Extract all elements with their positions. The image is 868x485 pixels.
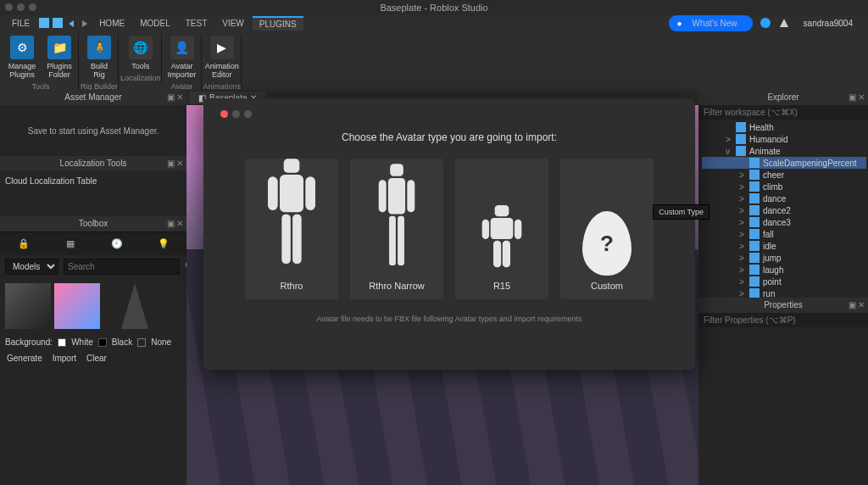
svg-rect-18 xyxy=(284,159,300,172)
tree-row[interactable]: >dance xyxy=(702,192,866,204)
svg-rect-15 xyxy=(749,265,760,275)
close-dot[interactable] xyxy=(5,3,13,11)
undock-icon[interactable]: ▣ xyxy=(167,90,175,105)
tree-row[interactable]: >dance3 xyxy=(702,216,866,228)
save-icon[interactable] xyxy=(38,17,50,29)
saveall-icon[interactable] xyxy=(52,17,64,29)
avatar-option-rthro-narrow[interactable]: Rthro Narrow xyxy=(350,159,443,299)
expander-icon[interactable]: > xyxy=(726,135,732,144)
whats-new-button[interactable]: ● What's New xyxy=(669,15,753,31)
expander-icon[interactable]: > xyxy=(739,170,746,180)
close-icon[interactable]: ✕ xyxy=(858,298,865,313)
tree-row[interactable]: >dance2 xyxy=(702,204,866,216)
tree-row[interactable]: >idle xyxy=(702,240,866,252)
menu-view[interactable]: VIEW xyxy=(215,17,251,30)
ribbon-tools[interactable]: 🌐Tools xyxy=(122,34,159,72)
tree-row[interactable]: Health xyxy=(702,121,866,133)
menu-bar: FILE HOME MODEL TEST VIEW PLUGINS ● What… xyxy=(0,15,868,31)
generate-button[interactable]: Generate xyxy=(7,354,42,363)
toolbox-tab-recent[interactable]: 🕘 xyxy=(100,238,134,249)
expander-icon[interactable]: > xyxy=(739,182,746,192)
close-icon[interactable]: ✕ xyxy=(176,216,183,231)
localization-body: Cloud Localization Table xyxy=(0,171,186,191)
expander-icon[interactable]: > xyxy=(739,289,746,298)
svg-rect-23 xyxy=(292,215,302,264)
menu-home[interactable]: HOME xyxy=(92,17,131,30)
tree-row[interactable]: >run xyxy=(702,287,866,298)
undock-icon[interactable]: ▣ xyxy=(167,156,175,171)
expander-icon[interactable]: > xyxy=(739,265,746,275)
close-icon[interactable]: ✕ xyxy=(176,156,183,171)
bg-black[interactable]: Black xyxy=(112,337,132,347)
tree-row[interactable]: vAnimate xyxy=(702,145,866,157)
menu-model[interactable]: MODEL xyxy=(133,17,177,30)
ribbon-build-rig[interactable]: 🧍Build Rig xyxy=(81,34,118,81)
tree-row[interactable]: >Humanoid xyxy=(702,133,866,145)
toolbox-item[interactable] xyxy=(5,283,51,329)
toolbox-search-input[interactable] xyxy=(64,259,180,275)
tree-row[interactable]: ScaleDampeningPercent xyxy=(702,157,866,169)
svg-rect-0 xyxy=(39,18,49,28)
toolbox-tab-creations[interactable]: 💡 xyxy=(147,238,181,249)
dialog-traffic[interactable] xyxy=(220,110,678,118)
toolbox-item[interactable] xyxy=(112,283,158,329)
undo-icon[interactable] xyxy=(65,17,77,29)
expander-icon[interactable]: v xyxy=(726,147,732,156)
expander-icon[interactable]: > xyxy=(739,277,746,287)
share-icon[interactable] xyxy=(778,17,790,29)
localization-item[interactable]: Cloud Localization Table xyxy=(5,176,97,186)
tree-row[interactable]: >jump xyxy=(702,252,866,264)
dialog-max-dot[interactable] xyxy=(244,110,252,118)
clear-button[interactable]: Clear xyxy=(86,354,107,363)
ribbon-animation-editor[interactable]: ▶Animation Editor xyxy=(203,34,241,81)
ribbon-avatar-importer[interactable]: 👤Avatar Importer xyxy=(164,34,201,81)
expander-icon[interactable]: > xyxy=(739,254,746,263)
properties-filter[interactable]: Filter Properties (⌥⌘P) xyxy=(698,313,868,327)
menu-file[interactable]: FILE xyxy=(5,17,36,30)
bg-swatch-white[interactable] xyxy=(58,338,66,347)
close-icon[interactable]: ✕ xyxy=(176,90,183,105)
close-icon[interactable]: ✕ xyxy=(858,90,865,105)
import-button[interactable]: Import xyxy=(53,354,76,363)
expander-icon[interactable]: > xyxy=(739,218,746,227)
tree-row[interactable]: >cheer xyxy=(702,169,866,181)
undock-icon[interactable]: ▣ xyxy=(167,216,175,231)
collab-icon[interactable] xyxy=(760,17,771,29)
username-label[interactable]: sandraa9004 xyxy=(797,17,860,30)
expander-icon[interactable]: > xyxy=(739,194,746,203)
toolbox-tab-marketplace[interactable]: 🔒 xyxy=(7,238,41,249)
toolbox-category-select[interactable]: Models xyxy=(5,259,58,275)
ribbon-plugins-folder[interactable]: 📁Plugins Folder xyxy=(41,34,78,81)
expander-icon[interactable]: > xyxy=(739,206,746,215)
dialog-min-dot[interactable] xyxy=(232,110,240,118)
traffic-lights[interactable] xyxy=(5,3,36,11)
tree-row[interactable]: >point xyxy=(702,276,866,287)
min-dot[interactable] xyxy=(17,3,25,11)
expander-icon[interactable]: > xyxy=(739,242,746,251)
bg-swatch-none[interactable] xyxy=(137,338,146,347)
svg-rect-32 xyxy=(482,219,489,238)
bg-none[interactable]: None xyxy=(151,337,171,347)
tree-row[interactable]: >fall xyxy=(702,228,866,240)
expander-icon[interactable]: > xyxy=(739,230,746,239)
tree-row[interactable]: >laugh xyxy=(702,264,866,276)
toolbox-item[interactable] xyxy=(54,283,100,329)
avatar-option-r15[interactable]: R15 xyxy=(455,159,548,299)
svg-rect-20 xyxy=(268,176,278,210)
avatar-option-rthro[interactable]: Rthro xyxy=(245,159,338,299)
explorer-filter[interactable]: Filter workspace (⌥⌘X) xyxy=(698,105,868,120)
dialog-close-dot[interactable] xyxy=(220,110,228,118)
bg-swatch-black[interactable] xyxy=(98,338,107,347)
ribbon-manage-plugins[interactable]: ⚙Manage Plugins xyxy=(3,34,41,81)
undock-icon[interactable]: ▣ xyxy=(849,90,856,105)
max-dot[interactable] xyxy=(29,3,36,11)
avatar-option-custom[interactable]: ? Custom Custom Type xyxy=(560,159,654,299)
undock-icon[interactable]: ▣ xyxy=(849,298,856,313)
toolbox-tab-inventory[interactable]: ▦ xyxy=(53,238,87,249)
explorer-tree[interactable]: Health>HumanoidvAnimateScaleDampeningPer… xyxy=(698,120,868,298)
menu-plugins[interactable]: PLUGINS xyxy=(253,16,303,31)
menu-test[interactable]: TEST xyxy=(179,17,214,30)
tree-row[interactable]: >climb xyxy=(702,181,866,192)
redo-icon[interactable] xyxy=(79,17,91,29)
bg-white[interactable]: White xyxy=(71,337,93,347)
